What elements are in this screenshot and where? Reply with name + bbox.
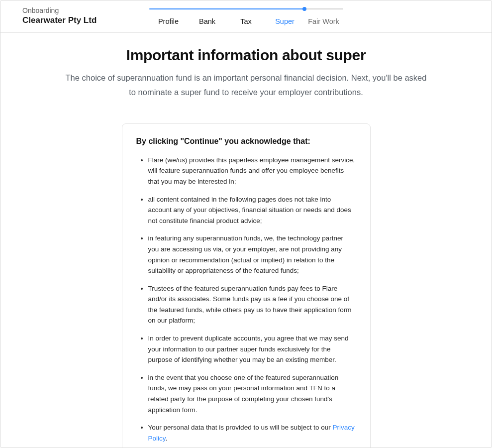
step-active-dot-icon bbox=[302, 7, 306, 11]
step-fair-work[interactable]: Fair Work bbox=[304, 6, 343, 25]
list-item: Flare (we/us) provides this paperless em… bbox=[148, 155, 356, 187]
header-left: Onboarding Clearwater Pty Ltd bbox=[22, 6, 97, 25]
stepper: Profile Bank Tax Super Fair Work bbox=[149, 6, 343, 25]
step-label: Super bbox=[275, 17, 295, 25]
list-item: all content contained in the following p… bbox=[148, 194, 356, 226]
step-profile[interactable]: Profile bbox=[149, 6, 188, 25]
main-content: Important information about super The ch… bbox=[0, 33, 492, 448]
step-label: Tax bbox=[240, 17, 252, 25]
step-track bbox=[188, 6, 227, 11]
step-super[interactable]: Super bbox=[266, 6, 304, 25]
step-tax[interactable]: Tax bbox=[227, 6, 266, 25]
page-subtitle: The choice of superannuation fund is an … bbox=[62, 71, 430, 100]
privacy-suffix: . bbox=[166, 435, 168, 442]
company-name: Clearwater Pty Ltd bbox=[22, 15, 97, 25]
list-item: Trustees of the featured superannuation … bbox=[148, 283, 356, 326]
card-heading: By clicking "Continue" you acknowledge t… bbox=[136, 137, 356, 146]
step-track bbox=[304, 6, 343, 11]
onboarding-label: Onboarding bbox=[22, 6, 97, 14]
privacy-prefix: Your personal data that is provided to u… bbox=[148, 424, 333, 431]
step-track bbox=[266, 6, 304, 11]
list-item: In order to prevent duplicate accounts, … bbox=[148, 333, 356, 365]
step-track bbox=[227, 6, 266, 11]
acknowledgement-list: Flare (we/us) provides this paperless em… bbox=[136, 155, 356, 444]
step-label: Bank bbox=[199, 17, 215, 25]
list-item: in the event that you choose one of the … bbox=[148, 372, 356, 415]
list-item: in featuring any superannuation funds, w… bbox=[148, 233, 356, 276]
step-label: Fair Work bbox=[308, 17, 339, 25]
step-bank[interactable]: Bank bbox=[188, 6, 227, 25]
step-label: Profile bbox=[158, 17, 179, 25]
list-item-privacy: Your personal data that is provided to u… bbox=[148, 422, 356, 444]
acknowledgement-card: By clicking "Continue" you acknowledge t… bbox=[122, 123, 371, 448]
page-title: Important information about super bbox=[0, 47, 492, 64]
header: Onboarding Clearwater Pty Ltd Profile Ba… bbox=[0, 0, 492, 33]
step-track bbox=[149, 6, 188, 11]
